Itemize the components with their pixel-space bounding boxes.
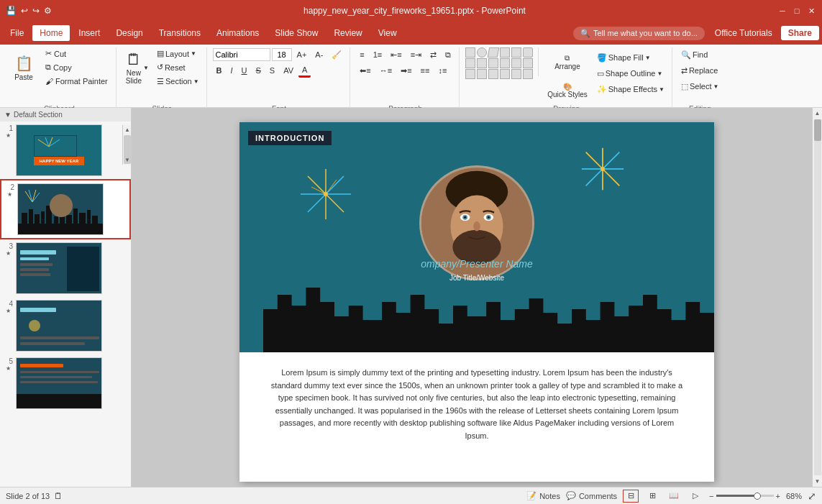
slide-item-2[interactable]: 2 ★: [0, 179, 131, 239]
slide-body-text[interactable]: Lorem Ipsum is simply dummy text of the …: [268, 367, 685, 443]
menu-view[interactable]: View: [371, 25, 404, 41]
align-left-button[interactable]: ⬅≡: [356, 63, 374, 78]
increase-font-button[interactable]: A+: [293, 47, 311, 62]
arrange-button[interactable]: ⧉ Arrange: [544, 47, 591, 76]
reset-button[interactable]: ↺ Reset: [154, 61, 202, 73]
notes-button[interactable]: 📝 Notes: [526, 491, 560, 500]
underline-button[interactable]: U: [238, 63, 251, 78]
slide-item-3[interactable]: 3 ★: [0, 239, 131, 297]
align-center-button[interactable]: ↔≡: [376, 63, 396, 78]
slide-notes-icon[interactable]: 🗒: [54, 491, 63, 501]
menu-design[interactable]: Design: [109, 25, 150, 41]
shape-diamond[interactable]: [500, 47, 510, 58]
number-list-button[interactable]: 1≡: [370, 47, 386, 62]
shape-7[interactable]: [523, 58, 533, 68]
menu-slideshow[interactable]: Slide Show: [268, 25, 325, 41]
font-name-input[interactable]: [213, 48, 270, 61]
bullet-list-button[interactable]: ≡: [356, 47, 367, 62]
redo-icon[interactable]: ↪: [32, 6, 40, 16]
section-header[interactable]: ▼ Default Section: [0, 108, 131, 122]
presenter-title[interactable]: Job Title/Website: [449, 274, 504, 282]
cut-button[interactable]: ✂ Cut: [42, 47, 111, 60]
share-button[interactable]: Share: [781, 26, 819, 40]
shape-rounded-rect[interactable]: [523, 47, 533, 58]
close-button[interactable]: ✕: [806, 6, 816, 16]
format-painter-button[interactable]: 🖌 Format Painter: [42, 75, 111, 88]
shape-2[interactable]: [465, 58, 475, 68]
shape-8[interactable]: [465, 69, 475, 79]
slide-sorter-button[interactable]: ⊞: [644, 490, 660, 503]
copy-button[interactable]: ⧉ Copy: [42, 61, 111, 73]
justify-button[interactable]: ≡≡: [417, 63, 434, 78]
font-color-button[interactable]: A: [298, 63, 311, 78]
reading-view-button[interactable]: 📖: [666, 490, 682, 503]
menu-transitions[interactable]: Transitions: [152, 25, 208, 41]
shape-3[interactable]: [477, 58, 487, 68]
increase-indent-button[interactable]: ≡⇥: [407, 47, 425, 62]
new-slide-button[interactable]: 🗒 New Slide ▼: [122, 47, 152, 88]
menu-file[interactable]: File: [3, 25, 31, 41]
paste-button[interactable]: 📋 Paste: [7, 47, 40, 88]
find-button[interactable]: 🔍 Find: [678, 47, 722, 62]
zoom-slider[interactable]: [716, 495, 774, 497]
menu-home[interactable]: Home: [32, 25, 70, 41]
minimize-button[interactable]: ─: [777, 6, 787, 16]
section-button[interactable]: ☰ Section ▼: [154, 75, 202, 88]
shape-6[interactable]: [511, 58, 521, 68]
shape-5[interactable]: [500, 58, 510, 68]
font-size-input[interactable]: [272, 48, 292, 61]
font-spacing-button[interactable]: AV: [280, 63, 297, 78]
canvas-scroll-handle[interactable]: [814, 119, 821, 141]
shape-parallelogram[interactable]: [488, 47, 499, 58]
shape-rect[interactable]: [465, 47, 475, 58]
menu-review[interactable]: Review: [326, 25, 369, 41]
layout-button[interactable]: ▤ Layout ▼: [154, 47, 202, 60]
slide-item-4[interactable]: 4 ★: [0, 297, 131, 354]
align-right-button[interactable]: ➡≡: [397, 63, 415, 78]
panel-scroll-down[interactable]: ▼: [123, 155, 131, 165]
normal-view-button[interactable]: ⊟: [623, 490, 639, 503]
shadow-button[interactable]: S: [266, 63, 278, 78]
bold-button[interactable]: B: [213, 63, 226, 78]
replace-button[interactable]: ⇄ Replace: [678, 63, 722, 78]
fit-window-button[interactable]: ⤢: [808, 490, 816, 502]
shape-12[interactable]: [511, 69, 521, 79]
panel-scroll-up[interactable]: ▲: [123, 125, 131, 134]
shape-triangle[interactable]: [511, 47, 521, 58]
zoom-minus-button[interactable]: −: [709, 492, 713, 500]
select-button[interactable]: ⬚ Select ▼: [678, 79, 722, 93]
shape-10[interactable]: [488, 69, 498, 79]
canvas-scroll-up-arrow[interactable]: ▲: [813, 108, 822, 119]
slide-item-5[interactable]: 5 ★: [0, 354, 131, 412]
rtl-button[interactable]: ⇄: [426, 47, 440, 62]
zoom-plus-button[interactable]: +: [776, 492, 780, 500]
quick-styles-button[interactable]: 🎨 Quick Styles: [544, 76, 591, 105]
strikethrough-button[interactable]: S: [252, 63, 265, 78]
maximize-button[interactable]: □: [792, 6, 802, 16]
decrease-font-button[interactable]: A-: [311, 47, 326, 62]
slide-item-1[interactable]: 1 ★ HAP: [0, 122, 131, 179]
line-spacing-button[interactable]: ↕≡: [434, 63, 450, 78]
shape-9[interactable]: [477, 69, 487, 79]
shape-outline-button[interactable]: ▭ Shape Outline ▼: [594, 66, 667, 81]
shape-fill-button[interactable]: 🪣 Shape Fill ▼: [594, 50, 667, 65]
tell-me-bar[interactable]: 🔍 Tell me what you want to do...: [573, 27, 705, 40]
shape-effects-button[interactable]: ✨ Shape Effects ▼: [594, 82, 667, 96]
menu-animations[interactable]: Animations: [209, 25, 266, 41]
shape-circle[interactable]: [477, 47, 487, 58]
zoom-level[interactable]: 68%: [786, 492, 802, 500]
shape-4[interactable]: [488, 58, 498, 68]
undo-icon[interactable]: ↩: [21, 6, 28, 16]
clear-format-button[interactable]: 🧹: [328, 47, 345, 62]
italic-button[interactable]: I: [227, 63, 237, 78]
comments-button[interactable]: 💬 Comments: [566, 491, 617, 500]
columns-button[interactable]: ⧉: [442, 47, 455, 62]
save-icon[interactable]: 💾: [6, 6, 17, 16]
slideshow-button[interactable]: ▷: [688, 490, 703, 503]
shape-expand[interactable]: [523, 69, 533, 79]
decrease-indent-button[interactable]: ⇤≡: [387, 47, 405, 62]
menu-insert[interactable]: Insert: [71, 25, 107, 41]
shape-11[interactable]: [500, 69, 510, 79]
presenter-name[interactable]: ompany/Presenter Name: [421, 258, 533, 270]
office-tutorials-link[interactable]: Office Tutorials: [715, 28, 772, 38]
